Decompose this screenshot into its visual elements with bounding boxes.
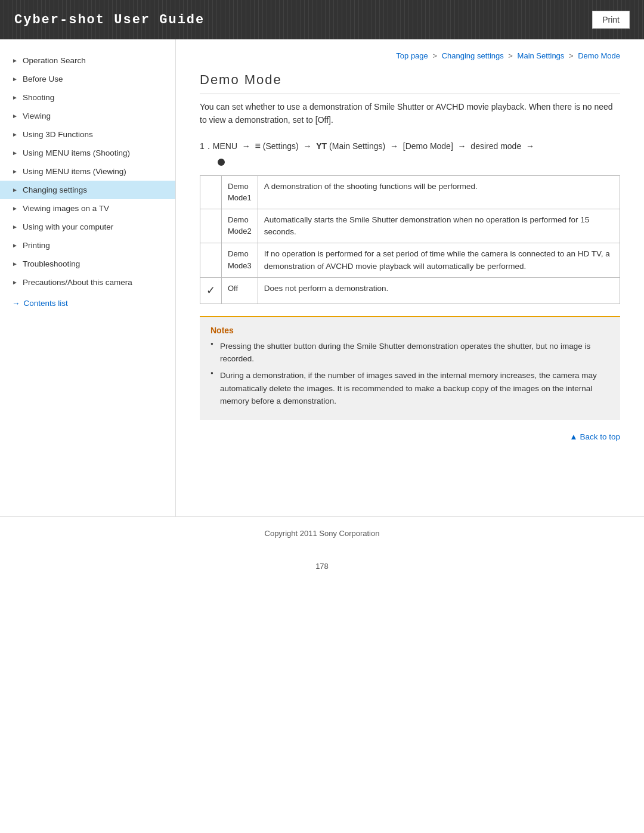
sidebar-item-viewing-tv[interactable]: ► Viewing images on a TV — [0, 199, 175, 218]
table-cell-icon — [200, 209, 222, 243]
notes-section: Notes Pressing the shutter button during… — [200, 316, 620, 420]
sidebar-item-menu-shooting[interactable]: ► Using MENU items (Shooting) — [0, 144, 175, 162]
notes-title: Notes — [210, 326, 609, 335]
table-row: DemoMode1 A demonstration of the shootin… — [200, 175, 620, 209]
arrow-icon: ► — [12, 168, 18, 175]
table-cell-description: If no operation is performed for a set p… — [258, 243, 620, 278]
arrow-icon: ► — [12, 279, 18, 286]
table-cell-mode: DemoMode3 — [222, 243, 258, 278]
arrow-icon: ► — [12, 113, 18, 119]
notes-list: Pressing the shutter button during the S… — [210, 340, 609, 408]
breadcrumb-main-settings[interactable]: Main Settings — [518, 51, 565, 60]
arrow-icon: ► — [12, 187, 18, 193]
page-description: You can set whether to use a demonstrati… — [200, 100, 620, 127]
page-title: Demo Mode — [200, 72, 620, 94]
sidebar: ► Operation Search ► Before Use ► Shooti… — [0, 39, 176, 516]
table-cell-description: A demonstration of the shooting function… — [258, 175, 620, 209]
table-cell-icon — [200, 243, 222, 278]
copyright-text: Copyright 2011 Sony Corporation — [265, 529, 380, 538]
demo-mode-table: DemoMode1 A demonstration of the shootin… — [200, 175, 620, 304]
arrow-icon: ► — [12, 76, 18, 82]
contents-list-link[interactable]: → Contents list — [0, 292, 175, 312]
sidebar-item-menu-viewing[interactable]: ► Using MENU items (Viewing) — [0, 162, 175, 181]
breadcrumb-changing-settings[interactable]: Changing settings — [442, 51, 504, 60]
page-footer: Copyright 2011 Sony Corporation — [0, 516, 644, 550]
off-checkmark-icon: ✓ — [206, 284, 215, 296]
arrow-icon: ► — [12, 261, 18, 267]
notes-item-1: Pressing the shutter button during the S… — [210, 340, 609, 366]
breadcrumb-current: Demo Mode — [578, 51, 620, 60]
sidebar-item-3d-functions[interactable]: ► Using 3D Functions — [0, 125, 175, 144]
table-cell-icon: ✓ — [200, 277, 222, 304]
back-to-top-container: ▲ Back to top — [200, 432, 620, 441]
page-header: Cyber-shot User Guide Print — [0, 0, 644, 39]
sidebar-item-precautions[interactable]: ► Precautions/About this camera — [0, 273, 175, 292]
arrow-icon: ► — [12, 224, 18, 230]
table-row: DemoMode3 If no operation is performed f… — [200, 243, 620, 278]
step-1-text: 1．MENU → ≡ (Settings) → YT (Main Setting… — [200, 141, 534, 151]
main-layout: ► Operation Search ► Before Use ► Shooti… — [0, 39, 644, 516]
page-number: 178 — [0, 550, 644, 583]
arrow-icon: ► — [12, 150, 18, 156]
sidebar-item-troubleshooting[interactable]: ► Troubleshooting — [0, 255, 175, 273]
arrow-icon: ► — [12, 57, 18, 64]
step-bullet-icon — [218, 159, 225, 166]
contents-arrow-icon: → — [12, 299, 20, 308]
sidebar-item-printing[interactable]: ► Printing — [0, 236, 175, 255]
sidebar-item-shooting[interactable]: ► Shooting — [0, 88, 175, 107]
print-button[interactable]: Print — [592, 11, 630, 29]
arrow-icon: ► — [12, 94, 18, 101]
main-content: Top page > Changing settings > Main Sett… — [176, 39, 644, 516]
arrow-icon: ► — [12, 242, 18, 249]
arrow-icon: ► — [12, 205, 18, 212]
breadcrumb-top[interactable]: Top page — [396, 51, 428, 60]
step-1: 1．MENU → ≡ (Settings) → YT (Main Setting… — [200, 138, 620, 168]
sidebar-item-before-use[interactable]: ► Before Use — [0, 70, 175, 88]
sidebar-item-changing-settings[interactable]: ► Changing settings — [0, 181, 175, 199]
notes-item-2: During a demonstration, if the number of… — [210, 369, 609, 408]
app-title: Cyber-shot User Guide — [14, 13, 205, 27]
breadcrumb: Top page > Changing settings > Main Sett… — [200, 51, 620, 60]
sidebar-item-operation-search[interactable]: ► Operation Search — [0, 51, 175, 70]
table-cell-mode: DemoMode2 — [222, 209, 258, 243]
back-to-top-link[interactable]: ▲ Back to top — [569, 432, 620, 441]
table-row: ✓ Off Does not perform a demonstration. — [200, 277, 620, 304]
sidebar-item-computer[interactable]: ► Using with your computer — [0, 218, 175, 236]
arrow-icon: ► — [12, 131, 18, 138]
table-cell-description: Does not perform a demonstration. — [258, 277, 620, 304]
table-cell-mode: DemoMode1 — [222, 175, 258, 209]
table-cell-description: Automatically starts the Smile Shutter d… — [258, 209, 620, 243]
table-cell-icon — [200, 175, 222, 209]
table-cell-mode: Off — [222, 277, 258, 304]
table-row: DemoMode2 Automatically starts the Smile… — [200, 209, 620, 243]
sidebar-item-viewing[interactable]: ► Viewing — [0, 107, 175, 125]
